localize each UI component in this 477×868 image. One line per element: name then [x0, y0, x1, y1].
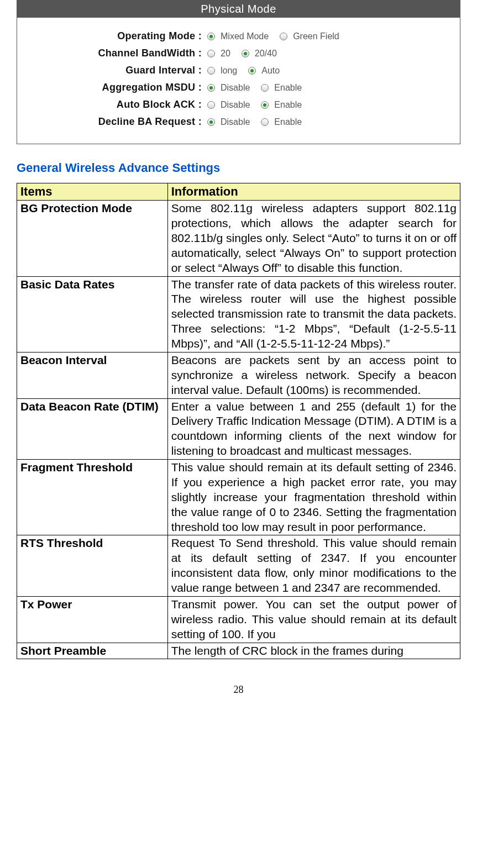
options-operating-mode: Mixed Mode Green Field: [205, 31, 347, 41]
radio-green-field[interactable]: [280, 33, 287, 40]
radio-bw-20[interactable]: [207, 50, 215, 57]
page-number: 28: [17, 684, 460, 696]
options-guard-interval: long Auto: [205, 66, 287, 76]
opt-mixed-mode: Mixed Mode: [221, 31, 269, 41]
label-channel-bandwidth: Channel BandWidth :: [23, 48, 205, 59]
radio-bw-20-40[interactable]: [242, 50, 249, 57]
radio-gi-long[interactable]: [207, 67, 215, 75]
radio-gi-auto[interactable]: [248, 67, 256, 75]
opt-gi-auto: Auto: [261, 66, 280, 76]
table-row: Data Beacon Rate (DTIM) Enter a value be…: [17, 398, 460, 460]
opt-aba-enable: Enable: [274, 100, 302, 110]
cell-item: Tx Power: [17, 596, 168, 643]
cell-info: Transmit power. You can set the output p…: [167, 596, 460, 643]
row-auto-block-ack: Auto Block ACK : Disable Enable: [23, 96, 454, 113]
radio-dba-disable[interactable]: [207, 118, 215, 126]
cell-item: Short Preamble: [17, 643, 168, 659]
radio-mixed-mode[interactable]: [207, 33, 215, 40]
table-row: Short Preamble The length of CRC block i…: [17, 643, 460, 659]
physical-mode-panel: Physical Mode Operating Mode : Mixed Mod…: [17, 0, 460, 144]
row-guard-interval: Guard Interval : long Auto: [23, 62, 454, 79]
opt-bw-20: 20: [221, 49, 230, 59]
radio-amsdu-disable[interactable]: [207, 84, 215, 92]
label-decline-ba-request: Decline BA Request :: [23, 116, 205, 128]
cell-info: Request To Send threshold. This value sh…: [167, 535, 460, 597]
label-aggregation-msdu: Aggregation MSDU :: [23, 82, 205, 93]
cell-info: The transfer rate of data packets of thi…: [167, 276, 460, 352]
table-row: Beacon Interval Beacons are packets sent…: [17, 352, 460, 398]
table-row: Basic Data Rates The transfer rate of da…: [17, 276, 460, 352]
radio-amsdu-enable[interactable]: [261, 84, 269, 92]
panel-title: Physical Mode: [17, 1, 460, 18]
options-decline-ba-request: Disable Enable: [205, 117, 310, 127]
opt-gi-long: long: [221, 66, 237, 76]
options-auto-block-ack: Disable Enable: [205, 100, 310, 110]
opt-amsdu-disable: Disable: [221, 83, 250, 93]
opt-dba-disable: Disable: [221, 117, 250, 127]
cell-info: Enter a value between 1 and 255 (default…: [167, 398, 460, 460]
cell-info: This value should remain at its default …: [167, 460, 460, 535]
radio-aba-disable[interactable]: [207, 101, 215, 109]
row-operating-mode: Operating Mode : Mixed Mode Green Field: [23, 28, 454, 45]
th-information: Information: [167, 183, 460, 201]
table-header-row: Items Information: [17, 183, 460, 201]
opt-aba-disable: Disable: [221, 100, 250, 110]
cell-item: Fragment Threshold: [17, 460, 168, 535]
radio-dba-enable[interactable]: [261, 118, 269, 126]
opt-bw-20-40: 20/40: [255, 49, 277, 59]
cell-item: Beacon Interval: [17, 352, 168, 398]
table-row: RTS Threshold Request To Send threshold.…: [17, 535, 460, 597]
cell-item: Data Beacon Rate (DTIM): [17, 398, 168, 460]
row-decline-ba-request: Decline BA Request : Disable Enable: [23, 113, 454, 130]
cell-item: Basic Data Rates: [17, 276, 168, 352]
row-aggregation-msdu: Aggregation MSDU : Disable Enable: [23, 79, 454, 96]
radio-aba-enable[interactable]: [261, 101, 269, 109]
label-auto-block-ack: Auto Block ACK :: [23, 99, 205, 111]
opt-amsdu-enable: Enable: [274, 83, 302, 93]
opt-green-field: Green Field: [293, 31, 339, 41]
settings-table: Items Information BG Protection Mode Som…: [17, 183, 460, 659]
panel-body: Operating Mode : Mixed Mode Green Field …: [17, 18, 460, 144]
cell-item: BG Protection Mode: [17, 201, 168, 276]
cell-item: RTS Threshold: [17, 535, 168, 597]
cell-info: The length of CRC block in the frames du…: [167, 643, 460, 659]
label-guard-interval: Guard Interval :: [23, 65, 205, 76]
row-channel-bandwidth: Channel BandWidth : 20 20/40: [23, 45, 454, 62]
cell-info: Some 802.11g wireless adapters support 8…: [167, 201, 460, 276]
cell-info: Beacons are packets sent by an access po…: [167, 352, 460, 398]
opt-dba-enable: Enable: [274, 117, 302, 127]
table-row: Tx Power Transmit power. You can set the…: [17, 596, 460, 643]
table-row: Fragment Threshold This value should rem…: [17, 460, 460, 535]
options-channel-bandwidth: 20 20/40: [205, 49, 285, 59]
options-aggregation-msdu: Disable Enable: [205, 83, 310, 93]
label-operating-mode: Operating Mode :: [23, 30, 205, 42]
th-items: Items: [17, 183, 168, 201]
section-heading: General Wireless Advance Settings: [17, 161, 460, 175]
table-row: BG Protection Mode Some 802.11g wireless…: [17, 201, 460, 276]
